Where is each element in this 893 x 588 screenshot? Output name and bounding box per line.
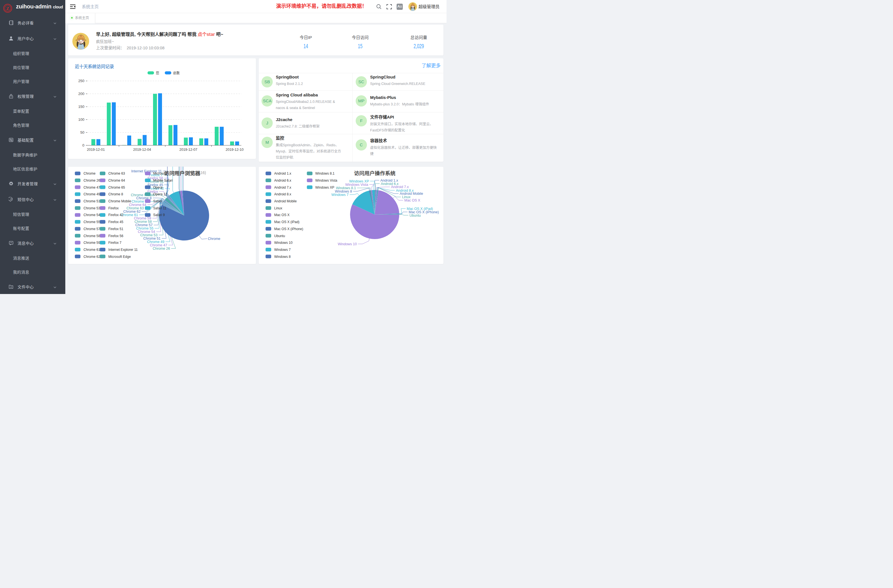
svg-text:Ubuntu: Ubuntu xyxy=(274,234,285,238)
svg-text:Windows 7: Windows 7 xyxy=(331,193,349,197)
svg-text:Windows XP: Windows XP xyxy=(315,185,334,189)
svg-text:访问用户操作系统: 访问用户操作系统 xyxy=(354,170,396,176)
svg-text:Chrome: Chrome xyxy=(84,171,96,176)
svg-text:Chrome 61: Chrome 61 xyxy=(84,248,100,252)
svg-text:Ubuntu: Ubuntu xyxy=(409,214,421,218)
svg-text:Firefox 51: Firefox 51 xyxy=(108,227,123,231)
svg-text:Chrome 62: Chrome 62 xyxy=(84,255,100,259)
svg-text:Chrome 59: Chrome 59 xyxy=(84,241,100,245)
svg-text:Chrome 55: Chrome 55 xyxy=(84,220,100,224)
svg-text:Android 8.x: Android 8.x xyxy=(274,192,291,196)
svg-text:Chrome 8: Chrome 8 xyxy=(108,192,123,196)
svg-text:Windows 7: Windows 7 xyxy=(274,248,291,252)
svg-text:Internet Explorer 11: Internet Explorer 11 xyxy=(108,248,138,252)
svg-text:Chrome: Chrome xyxy=(208,237,221,241)
svg-text:Mac OS X: Mac OS X xyxy=(274,213,290,217)
svg-text:Chrome 63: Chrome 63 xyxy=(108,171,125,176)
svg-text:Android 1.x: Android 1.x xyxy=(274,171,291,176)
svg-text:Android 6.x: Android 6.x xyxy=(274,179,291,182)
svg-text:Firefox: Firefox xyxy=(108,206,119,210)
svg-text:Windows 8.1: Windows 8.1 xyxy=(315,171,335,176)
svg-text:Mac OS X (iPad): Mac OS X (iPad) xyxy=(274,220,299,224)
svg-text:Linux: Linux xyxy=(274,206,282,210)
svg-text:Windows Vista: Windows Vista xyxy=(315,179,337,182)
svg-text:Firefox 7: Firefox 7 xyxy=(108,241,122,245)
svg-text:Mac OS X: Mac OS X xyxy=(404,199,421,202)
svg-text:Chrome 47: Chrome 47 xyxy=(84,185,100,189)
svg-text:Firefox 42: Firefox 42 xyxy=(108,213,123,217)
svg-text:Chrome 51: Chrome 51 xyxy=(84,199,100,203)
svg-text:Safari 9: Safari 9 xyxy=(153,213,165,217)
svg-text:Chrome 64: Chrome 64 xyxy=(108,179,125,182)
svg-text:Chrome 53: Chrome 53 xyxy=(84,206,100,210)
svg-text:Chrome 54: Chrome 54 xyxy=(84,213,100,217)
svg-text:Chrome 57: Chrome 57 xyxy=(84,227,100,231)
svg-text:Windows 8: Windows 8 xyxy=(274,255,291,259)
svg-text:Chrome 26: Chrome 26 xyxy=(84,179,100,182)
svg-text:Safari 11: Safari 11 xyxy=(153,206,167,210)
svg-text:Mac OS X (iPhone): Mac OS X (iPhone) xyxy=(274,227,303,231)
svg-text:Windows 10: Windows 10 xyxy=(274,241,293,245)
svg-text:Android 7.x: Android 7.x xyxy=(274,185,291,189)
svg-text:Chrome Mobile: Chrome Mobile xyxy=(108,199,131,203)
svg-text:Chrome 65: Chrome 65 xyxy=(108,185,125,189)
svg-text:Z: Z xyxy=(6,6,9,11)
svg-text:Android Mobile: Android Mobile xyxy=(274,199,296,203)
svg-text:Opera 12: Opera 12 xyxy=(153,192,167,196)
svg-text:访问用户浏览器: 访问用户浏览器 xyxy=(164,170,200,176)
svg-text:Safari: Safari xyxy=(153,199,162,203)
svg-text:Microsoft Edge: Microsoft Edge xyxy=(108,255,131,259)
svg-text:Firefox 45: Firefox 45 xyxy=(108,220,123,224)
svg-text:Chrome 49: Chrome 49 xyxy=(84,192,100,196)
svg-text:Windows 10: Windows 10 xyxy=(338,242,357,246)
svg-text:Opera: Opera xyxy=(153,185,163,189)
svg-text:Mobile Safari: Mobile Safari xyxy=(153,179,173,182)
svg-text:Chrome 58: Chrome 58 xyxy=(84,234,100,238)
svg-text:Chrome 26: Chrome 26 xyxy=(153,247,170,251)
svg-text:Firefox 56: Firefox 56 xyxy=(108,234,123,238)
